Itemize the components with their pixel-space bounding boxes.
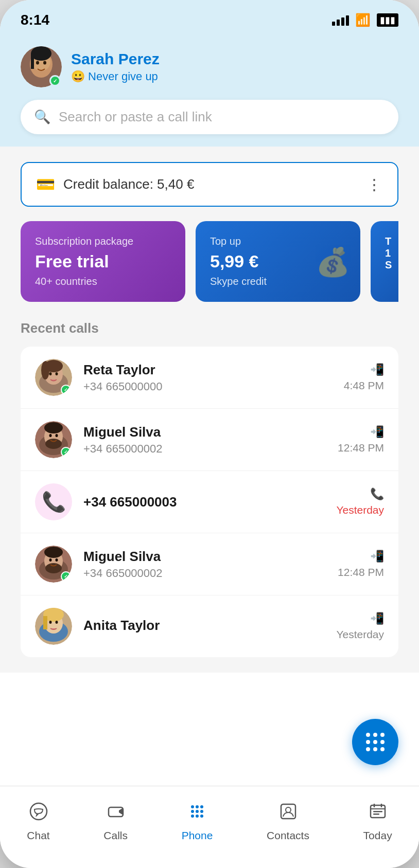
nav-item-calls[interactable]: Calls — [103, 802, 128, 842]
credit-balance-card[interactable]: 💳 Credit balance: 5,40 € ⋮ — [21, 162, 398, 207]
call-avatar-miguel-2 — [35, 546, 72, 583]
svg-point-34 — [56, 621, 58, 624]
credit-balance-text: Credit balance: 5,40 € — [63, 176, 194, 192]
call-item-miguel-2[interactable]: Miguel Silva +34 665000002 📲 12:48 PM — [21, 533, 398, 595]
third-card-content: T1S — [385, 236, 397, 271]
unknown-time: Yesterday — [336, 504, 384, 516]
svg-point-12 — [49, 372, 52, 375]
anita-meta: 📲 Yesterday — [336, 612, 384, 641]
svg-point-42 — [196, 810, 199, 813]
svg-marker-37 — [119, 808, 123, 815]
reta-taylor-info: Reta Taylor +34 665000000 — [83, 362, 344, 393]
credit-left: 💳 Credit balance: 5,40 € — [36, 175, 194, 193]
reta-taylor-name: Reta Taylor — [83, 362, 344, 378]
phone-nav-label: Phone — [182, 829, 213, 842]
third-promo-card[interactable]: T1S — [371, 221, 398, 302]
promo-cards: Subscription package Free trial 40+ coun… — [21, 221, 398, 302]
profile-row: Sarah Perez 😀 Never give up — [21, 46, 398, 87]
svg-rect-4 — [31, 53, 34, 69]
search-bar[interactable]: 🔍 Search or paste a call link — [21, 100, 398, 134]
status-icons: 📶 ▮▮▮ — [332, 13, 398, 27]
dial-fab-button[interactable] — [352, 719, 398, 765]
profile-info: Sarah Perez 😀 Never give up — [71, 50, 160, 83]
phone-frame: 8:14 📶 ▮▮▮ — [0, 0, 419, 868]
subscription-subtitle: Subscription package — [35, 236, 171, 247]
credit-icon: 💳 — [36, 175, 55, 193]
call-avatar-unknown: 📞 — [35, 483, 72, 520]
chat-nav-label: Chat — [27, 829, 49, 842]
today-nav-icon — [369, 802, 387, 825]
unknown-phone-icon: 📞 — [42, 491, 66, 513]
call-type-icon-miguel2: 📲 — [370, 550, 384, 563]
nav-item-chat[interactable]: Chat — [27, 802, 49, 842]
anita-info: Anita Taylor — [83, 618, 336, 636]
miguel2-online-badge — [61, 571, 71, 582]
avatar-anita-svg — [35, 608, 72, 645]
svg-point-13 — [56, 372, 58, 375]
miguel-2-meta: 📲 12:48 PM — [338, 550, 384, 578]
nav-item-phone[interactable]: Phone — [182, 802, 213, 842]
reta-taylor-time: 4:48 PM — [344, 379, 384, 392]
call-avatar-miguel-1 — [35, 421, 72, 458]
svg-point-20 — [56, 434, 58, 437]
miguel-1-time: 12:48 PM — [338, 442, 384, 454]
scrollable-area: 💳 Credit balance: 5,40 € ⋮ Subscription … — [0, 147, 419, 868]
svg-point-26 — [49, 558, 52, 562]
battery-icon: ▮▮▮ — [377, 13, 398, 27]
svg-point-27 — [56, 558, 58, 562]
recent-calls-title: Recent calls — [21, 320, 398, 336]
svg-point-46 — [200, 815, 203, 818]
miguel1-online-badge — [61, 447, 71, 457]
miguel-2-info: Miguel Silva +34 665000002 — [83, 549, 338, 580]
miguel-1-info: Miguel Silva +34 665000002 — [83, 424, 338, 456]
svg-point-33 — [49, 621, 52, 624]
svg-rect-54 — [373, 813, 379, 815]
subscription-promo-card[interactable]: Subscription package Free trial 40+ coun… — [21, 221, 185, 302]
call-item-unknown[interactable]: 📞 +34 665000003 📞 Yesterday — [21, 471, 398, 533]
call-item-reta-taylor[interactable]: Reta Taylor +34 665000000 📲 4:48 PM — [21, 347, 398, 409]
call-avatar-reta — [35, 359, 72, 396]
wifi-icon: 📶 — [355, 13, 371, 27]
profile-status: 😀 Never give up — [71, 70, 160, 83]
call-item-anita[interactable]: Anita Taylor 📲 Yesterday — [21, 595, 398, 657]
nav-item-contacts[interactable]: Contacts — [267, 802, 309, 842]
profile-name[interactable]: Sarah Perez — [71, 50, 160, 68]
call-list: Reta Taylor +34 665000000 📲 4:48 PM — [21, 347, 398, 657]
header: Sarah Perez 😀 Never give up 🔍 Search or … — [0, 36, 419, 147]
miguel-1-name: Miguel Silva — [83, 424, 338, 440]
svg-rect-53 — [373, 811, 382, 812]
miguel-2-time: 12:48 PM — [338, 566, 384, 578]
contacts-nav-label: Contacts — [267, 829, 309, 842]
reta-taylor-meta: 📲 4:48 PM — [344, 363, 384, 392]
more-options-button[interactable]: ⋮ — [366, 175, 383, 193]
miguel-2-number: +34 665000002 — [83, 567, 338, 580]
online-status-badge — [49, 75, 61, 86]
svg-point-38 — [191, 805, 194, 808]
contacts-nav-icon — [279, 802, 298, 825]
user-avatar-container[interactable] — [21, 46, 62, 87]
svg-point-45 — [196, 815, 199, 818]
call-item-miguel-1[interactable]: Miguel Silva +34 665000002 📲 12:48 PM — [21, 409, 398, 471]
svg-point-11 — [41, 361, 49, 379]
svg-point-40 — [200, 805, 203, 808]
bottom-nav: Chat Calls — [0, 786, 419, 868]
svg-rect-32 — [43, 616, 47, 629]
nav-item-today[interactable]: Today — [363, 802, 392, 842]
call-missed-icon: 📞 — [370, 487, 384, 501]
call-type-icon-anita: 📲 — [370, 612, 384, 625]
svg-point-35 — [30, 803, 47, 820]
svg-point-44 — [191, 815, 194, 818]
call-avatar-anita — [35, 608, 72, 645]
svg-point-6 — [43, 61, 46, 65]
topup-promo-card[interactable]: Top up 5,99 € Skype credit 💰 — [196, 221, 360, 302]
status-bar: 8:14 📶 ▮▮▮ — [0, 0, 419, 36]
svg-point-25 — [45, 563, 62, 573]
chat-nav-icon — [29, 802, 48, 825]
search-placeholder: Search or paste a call link — [59, 109, 212, 125]
svg-point-17 — [44, 422, 63, 433]
main-content: 💳 Credit balance: 5,40 € ⋮ Subscription … — [0, 147, 419, 673]
reta-online-badge — [61, 385, 71, 395]
money-icon: 💰 — [316, 245, 350, 278]
anita-name: Anita Taylor — [83, 618, 336, 634]
svg-point-24 — [44, 547, 63, 558]
